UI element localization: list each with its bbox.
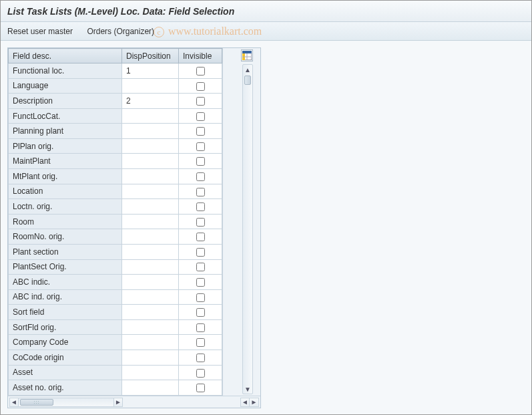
invisible-checkbox[interactable] [196,202,205,211]
table-row[interactable]: PlPlan orig. [9,138,222,154]
vertical-scrollbar[interactable]: ▲ ▼ [242,64,253,394]
disp-position-cell[interactable] [122,154,179,169]
invisible-checkbox[interactable] [196,233,205,241]
table-row[interactable]: Planning plant [9,124,222,139]
vscroll-track[interactable] [243,74,252,384]
disp-position-cell[interactable] [122,275,179,290]
invisible-checkbox[interactable] [196,67,205,76]
field-desc-cell[interactable]: ABC ind. orig. [9,289,122,305]
table-settings-button[interactable] [241,49,253,61]
disp-position-cell[interactable] [122,229,179,245]
field-desc-cell[interactable]: MaintPlant [9,154,122,169]
field-desc-cell[interactable]: Planning plant [9,124,122,139]
field-desc-cell[interactable]: Asset no. orig. [9,380,122,396]
column-left-arrow-icon[interactable]: ◄ [240,398,250,407]
field-desc-cell[interactable]: Asset [9,365,122,380]
hscroll-track[interactable]: ::: [19,398,113,407]
disp-position-cell[interactable] [122,138,179,154]
table-row[interactable]: Sort field [9,305,222,320]
disp-position-cell[interactable] [122,350,179,365]
field-desc-cell[interactable]: Location [9,184,122,199]
field-desc-cell[interactable]: Description [9,94,122,109]
field-desc-cell[interactable]: Company Code [9,335,122,350]
invisible-checkbox[interactable] [196,384,205,392]
disp-position-cell[interactable] [122,244,179,259]
disp-position-cell[interactable] [122,199,179,215]
disp-position-cell[interactable] [122,214,179,229]
invisible-checkbox[interactable] [196,97,205,106]
scroll-up-arrow-icon[interactable]: ▲ [243,65,252,74]
table-row[interactable]: ABC ind. orig. [9,289,222,305]
scroll-right-arrow-icon[interactable]: ► [113,398,123,407]
disp-position-cell[interactable] [122,319,179,335]
header-field-desc[interactable]: Field desc. [9,49,122,63]
table-row[interactable]: FunctLocCat. [9,108,222,124]
disp-position-cell[interactable] [122,124,179,139]
field-desc-cell[interactable]: ABC indic. [9,275,122,290]
disp-position-cell[interactable] [122,78,179,94]
field-desc-cell[interactable]: FunctLocCat. [9,108,122,124]
table-row[interactable]: CoCode origin [9,350,222,365]
invisible-checkbox[interactable] [196,157,205,166]
field-desc-cell[interactable]: Loctn. orig. [9,199,122,215]
field-desc-cell[interactable]: Sort field [9,305,122,320]
disp-position-cell[interactable] [122,335,179,350]
disp-position-cell[interactable]: 1 [122,63,179,79]
field-desc-cell[interactable]: MtPlant orig. [9,169,122,184]
table-row[interactable]: Room [9,214,222,229]
invisible-checkbox[interactable] [196,263,205,271]
field-desc-cell[interactable]: Functional loc. [9,63,122,79]
field-desc-cell[interactable]: PlantSect Orig. [9,259,122,275]
invisible-checkbox[interactable] [196,82,205,91]
table-row[interactable]: ABC indic. [9,275,222,290]
horizontal-scrollbar[interactable]: ◄ ::: ► [9,398,123,407]
field-desc-cell[interactable]: RoomNo. orig. [9,229,122,245]
vscroll-thumb[interactable] [244,76,251,85]
invisible-checkbox[interactable] [196,338,205,347]
field-desc-cell[interactable]: SortFld orig. [9,319,122,335]
invisible-checkbox[interactable] [196,218,205,227]
invisible-checkbox[interactable] [196,323,205,332]
invisible-checkbox[interactable] [196,248,205,257]
scroll-left-arrow-icon[interactable]: ◄ [9,398,19,407]
field-desc-cell[interactable]: Language [9,78,122,94]
orders-organizer-link[interactable]: Orders (Organizer) [87,27,154,36]
table-row[interactable]: Asset [9,365,222,380]
column-right-arrow-icon[interactable]: ► [250,398,259,407]
table-row[interactable]: Language [9,78,222,94]
invisible-checkbox[interactable] [196,172,205,181]
table-row[interactable]: Description2 [9,94,222,109]
hscroll-thumb[interactable]: ::: [20,399,53,406]
disp-position-cell[interactable] [122,184,179,199]
disp-position-cell[interactable] [122,365,179,380]
invisible-checkbox[interactable] [196,308,205,317]
table-row[interactable]: RoomNo. orig. [9,229,222,245]
invisible-checkbox[interactable] [196,188,205,196]
disp-position-cell[interactable] [122,108,179,124]
scroll-down-arrow-icon[interactable]: ▼ [243,384,252,394]
disp-position-cell[interactable] [122,259,179,275]
disp-position-cell[interactable] [122,380,179,396]
reset-user-master-link[interactable]: Reset user master [7,27,73,36]
invisible-checkbox[interactable] [196,112,205,121]
table-row[interactable]: Asset no. orig. [9,380,222,396]
invisible-checkbox[interactable] [196,127,205,136]
table-row[interactable]: SortFld orig. [9,319,222,335]
field-desc-cell[interactable]: PlPlan orig. [9,138,122,154]
header-invisible[interactable]: Invisible [179,49,222,63]
disp-position-cell[interactable] [122,289,179,305]
disp-position-cell[interactable] [122,169,179,184]
invisible-checkbox[interactable] [196,369,205,378]
invisible-checkbox[interactable] [196,293,205,302]
invisible-checkbox[interactable] [196,278,205,287]
invisible-checkbox[interactable] [196,354,205,362]
disp-position-cell[interactable]: 2 [122,94,179,109]
table-row[interactable]: MaintPlant [9,154,222,169]
table-row[interactable]: Functional loc.1 [9,63,222,79]
disp-position-cell[interactable] [122,305,179,320]
invisible-checkbox[interactable] [196,142,205,151]
field-desc-cell[interactable]: CoCode origin [9,350,122,365]
table-row[interactable]: Company Code [9,335,222,350]
header-disp-position[interactable]: DispPosition [122,49,179,63]
table-row[interactable]: PlantSect Orig. [9,259,222,275]
